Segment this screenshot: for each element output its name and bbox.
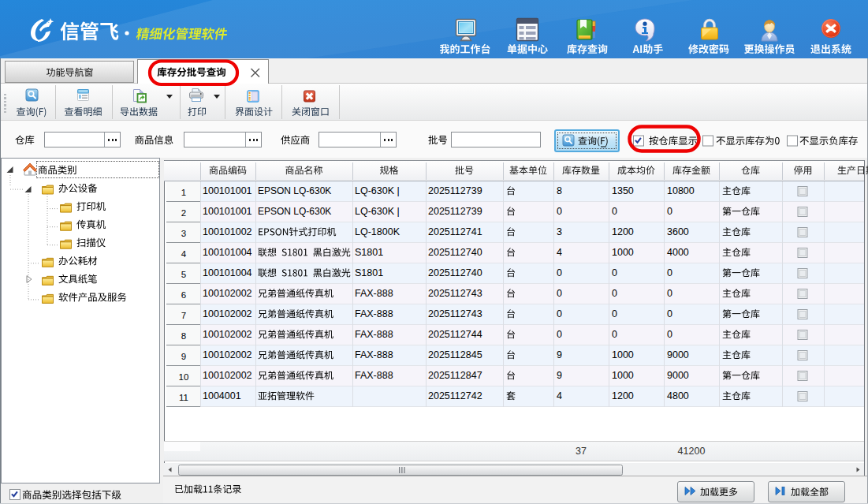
- svg-text:2: 2: [181, 208, 186, 218]
- svg-text:FAX-888: FAX-888: [355, 288, 393, 299]
- svg-text:4000: 4000: [667, 247, 689, 258]
- svg-text:9: 9: [557, 349, 562, 360]
- svg-text:100101002: 100101002: [203, 226, 252, 237]
- svg-text:FAX-888: FAX-888: [355, 370, 393, 381]
- svg-text:EPSON LQ-630K: EPSON LQ-630K: [258, 206, 331, 217]
- svg-text:3600: 3600: [667, 226, 689, 237]
- svg-text:0: 0: [667, 329, 672, 340]
- svg-text:9000: 9000: [667, 349, 689, 360]
- svg-text:3: 3: [181, 229, 186, 238]
- svg-text:9000: 9000: [667, 370, 689, 381]
- svg-text:S1801: S1801: [355, 267, 383, 278]
- svg-text:2025112741: 2025112741: [428, 226, 482, 237]
- svg-text:5: 5: [181, 270, 186, 279]
- svg-text:2025112743: 2025112743: [428, 308, 482, 319]
- svg-text:9: 9: [181, 352, 186, 361]
- svg-text:100101004: 100101004: [203, 247, 252, 258]
- svg-text:8: 8: [181, 331, 186, 341]
- svg-text:2025112847: 2025112847: [428, 370, 482, 381]
- svg-text:11: 11: [179, 393, 188, 402]
- svg-text:2025112740: 2025112740: [428, 247, 482, 258]
- svg-text:100101001: 100101001: [203, 185, 252, 196]
- svg-text:37: 37: [576, 446, 587, 457]
- svg-text:2025112845: 2025112845: [428, 349, 482, 360]
- svg-text:FAX-888: FAX-888: [355, 329, 393, 340]
- svg-text:1200: 1200: [612, 226, 634, 237]
- svg-text:0: 0: [557, 288, 562, 299]
- svg-text:4: 4: [557, 247, 562, 258]
- svg-text:LQ-630K |: LQ-630K |: [355, 206, 400, 217]
- svg-text:41200: 41200: [678, 446, 706, 457]
- svg-text:0: 0: [667, 267, 672, 278]
- svg-text:FAX-888: FAX-888: [355, 349, 393, 360]
- svg-text:10: 10: [179, 372, 189, 382]
- svg-text:9: 9: [557, 370, 562, 381]
- svg-text:0: 0: [612, 206, 617, 217]
- svg-text:100102002: 100102002: [203, 288, 252, 299]
- svg-text:100102002: 100102002: [203, 370, 252, 381]
- svg-text:0: 0: [612, 288, 617, 299]
- svg-text:2025112742: 2025112742: [428, 390, 482, 401]
- svg-text:100102002: 100102002: [203, 349, 252, 360]
- svg-text:4: 4: [181, 249, 187, 259]
- svg-text:0: 0: [557, 329, 562, 340]
- svg-text:2025112739: 2025112739: [428, 185, 482, 196]
- svg-text:0: 0: [667, 288, 672, 299]
- svg-text:S1801: S1801: [355, 247, 383, 258]
- svg-text:0: 0: [557, 206, 562, 217]
- svg-text:2025112743: 2025112743: [428, 288, 482, 299]
- svg-text:3: 3: [557, 226, 562, 237]
- svg-text:4800: 4800: [667, 390, 689, 401]
- svg-text:2025112744: 2025112744: [428, 329, 482, 340]
- svg-text:100101004: 100101004: [203, 267, 252, 278]
- svg-text:0: 0: [667, 308, 672, 319]
- svg-text:FAX-888: FAX-888: [355, 308, 393, 319]
- svg-text:1000: 1000: [612, 349, 634, 360]
- svg-text:100101001: 100101001: [203, 206, 252, 217]
- svg-text:100102002: 100102002: [203, 308, 252, 319]
- svg-text:0: 0: [667, 206, 672, 217]
- svg-text:0: 0: [612, 267, 617, 278]
- svg-text:0: 0: [612, 308, 617, 319]
- svg-text:2025112740: 2025112740: [428, 267, 482, 278]
- svg-text:0: 0: [557, 308, 562, 319]
- svg-text:1: 1: [181, 188, 186, 197]
- svg-text:0: 0: [612, 329, 617, 340]
- svg-text:1000: 1000: [612, 247, 634, 258]
- svg-text:8: 8: [557, 185, 562, 196]
- svg-text:1000: 1000: [612, 370, 634, 381]
- svg-text:6: 6: [181, 290, 186, 300]
- svg-text:1200: 1200: [612, 390, 634, 401]
- svg-text:100102002: 100102002: [203, 329, 252, 340]
- svg-text:4: 4: [557, 390, 562, 401]
- svg-text:1004001: 1004001: [203, 390, 241, 401]
- svg-text:7: 7: [181, 311, 186, 320]
- svg-text:1350: 1350: [612, 185, 634, 196]
- svg-text:10800: 10800: [667, 185, 695, 196]
- svg-text:LQ-1800K: LQ-1800K: [355, 226, 400, 237]
- svg-text:LQ-630K |: LQ-630K |: [355, 185, 400, 196]
- svg-text:2025112739: 2025112739: [428, 206, 482, 217]
- svg-text:0: 0: [557, 267, 562, 278]
- svg-text:EPSON LQ-630K: EPSON LQ-630K: [258, 185, 331, 196]
